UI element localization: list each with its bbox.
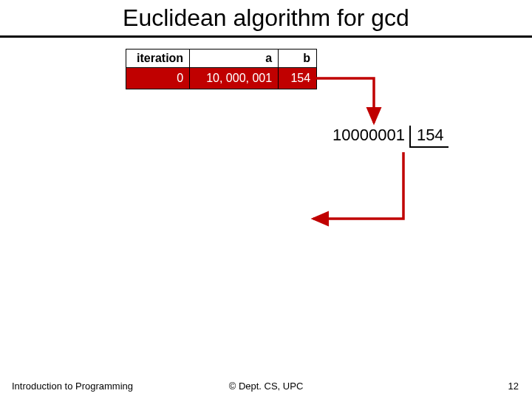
- cell-a: 10, 000, 001: [190, 68, 279, 89]
- long-division: 10000001154: [332, 126, 449, 148]
- cell-iteration: 0: [126, 68, 190, 89]
- col-header-iteration: iteration: [126, 50, 190, 68]
- division-dividend: 10000001: [332, 126, 409, 145]
- col-header-b: b: [279, 50, 317, 68]
- slide-title: Euclidean algorithm for gcd: [0, 0, 532, 32]
- page-number: 12: [508, 381, 519, 392]
- footer-center: © Dept. CS, UPC: [0, 381, 532, 392]
- col-header-a: a: [190, 50, 279, 68]
- title-underline: [0, 35, 532, 38]
- division-divisor: 154: [409, 126, 449, 148]
- flow-arrow-icon: [307, 78, 455, 241]
- iterations-table: iteration a b 0 10, 000, 001 154: [126, 49, 317, 89]
- table-row: 0 10, 000, 001 154: [126, 68, 317, 89]
